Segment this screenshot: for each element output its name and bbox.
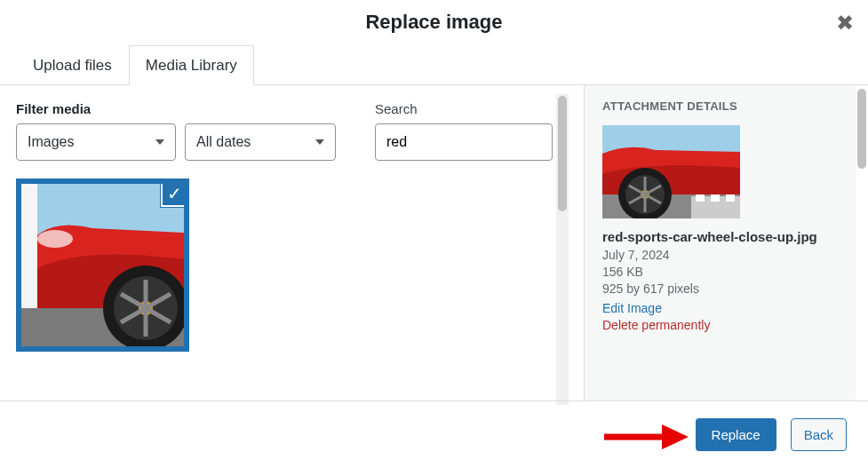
chevron-down-icon — [315, 139, 324, 145]
attachment-size: 156 KB — [602, 265, 850, 279]
media-browser: Filter media Images All dates Search — [0, 85, 584, 401]
search-label: Search — [375, 101, 553, 116]
filter-type-select[interactable]: Images — [16, 123, 176, 161]
edit-image-link[interactable]: Edit Image — [602, 301, 850, 315]
filter-media-label: Filter media — [16, 101, 336, 116]
attachment-details-heading: ATTACHMENT DETAILS — [602, 99, 850, 113]
chevron-down-icon — [155, 139, 164, 145]
filter-date-select[interactable]: All dates — [185, 123, 336, 161]
attachment-details-panel: ATTACHMENT DETAILS — [584, 85, 868, 401]
checkmark-icon: ✓ — [161, 180, 187, 207]
modal-footer: Replace Back — [0, 401, 868, 467]
tab-media-library[interactable]: Media Library — [129, 45, 254, 85]
svg-rect-0 — [21, 184, 184, 235]
back-button[interactable]: Back — [791, 418, 847, 451]
scrollbar[interactable] — [556, 94, 569, 405]
svg-rect-16 — [696, 194, 705, 202]
attachment-dimensions: 925 by 617 pixels — [602, 282, 850, 296]
modal-title: Replace image — [365, 11, 502, 34]
scrollbar[interactable] — [857, 89, 866, 169]
media-thumbnail-selected[interactable]: ✓ — [16, 178, 189, 352]
arrow-annotation — [600, 419, 689, 455]
close-icon[interactable]: ✖ — [836, 11, 854, 36]
filter-type-value: Images — [28, 134, 74, 150]
svg-point-12 — [37, 230, 73, 248]
attachment-filename: red-sports-car-wheel-close-up.jpg — [602, 229, 850, 244]
search-input[interactable] — [375, 123, 553, 161]
svg-marker-29 — [662, 424, 689, 449]
tab-upload-files[interactable]: Upload files — [16, 45, 129, 85]
main-area: Filter media Images All dates Search — [0, 85, 868, 401]
attachment-date: July 7, 2024 — [602, 248, 850, 262]
modal-header: Replace image ✖ — [0, 0, 868, 44]
svg-rect-17 — [711, 194, 720, 202]
tabs: Upload files Media Library — [0, 44, 868, 85]
filter-date-value: All dates — [196, 134, 251, 150]
attachment-preview — [602, 125, 740, 218]
delete-permanently-link[interactable]: Delete permanently — [602, 318, 850, 332]
replace-button[interactable]: Replace — [696, 418, 776, 451]
svg-rect-18 — [726, 194, 735, 202]
